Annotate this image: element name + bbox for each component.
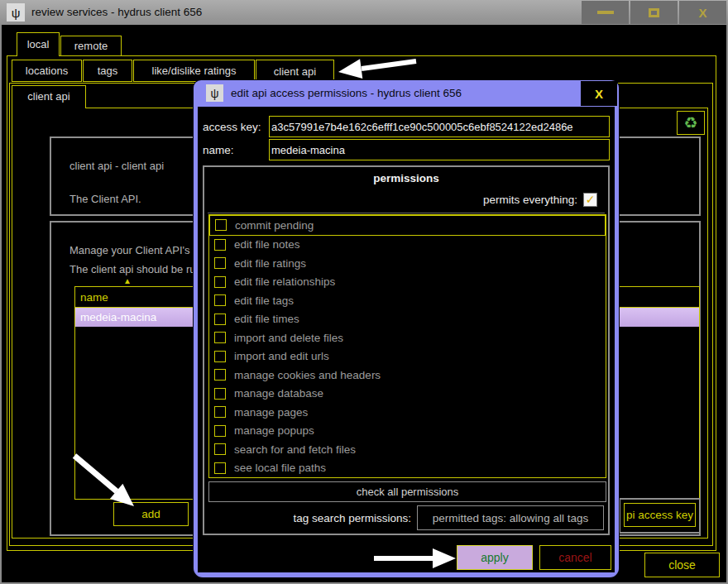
permission-label: commit pending: [235, 219, 314, 232]
maximize-icon: [649, 8, 659, 17]
access-key-input[interactable]: [269, 116, 610, 137]
checkbox-icon[interactable]: [214, 239, 226, 251]
permissions-list[interactable]: commit pending edit file notes edit file…: [208, 214, 606, 478]
checkbox-icon[interactable]: [214, 388, 226, 400]
permission-label: edit file tags: [234, 294, 294, 307]
service-description-text: The Client API.: [69, 193, 141, 205]
permissions-divider: [208, 213, 605, 213]
permission-row-edit-file-times[interactable]: edit file times: [209, 310, 606, 329]
name-label: name:: [203, 144, 234, 156]
checkbox-icon[interactable]: [214, 257, 226, 269]
permission-row-manage-cookies-and-headers[interactable]: manage cookies and headers: [209, 366, 606, 385]
tag-search-permissions-label: tag search permissions:: [293, 512, 411, 524]
permitted-tags-button[interactable]: permitted tags: allowing all tags: [417, 505, 604, 530]
permission-row-commit-pending[interactable]: commit pending: [209, 215, 606, 236]
permission-row-manage-database[interactable]: manage database: [209, 385, 606, 404]
permission-label: import and delete files: [234, 332, 343, 344]
checkbox-icon[interactable]: [214, 462, 226, 474]
apply-button[interactable]: apply: [457, 545, 533, 570]
permission-label: manage cookies and headers: [234, 369, 381, 381]
refresh-icon: ♻: [683, 113, 697, 132]
checkbox-icon[interactable]: [214, 351, 226, 362]
permission-label: manage pages: [234, 406, 308, 419]
add-button[interactable]: add: [113, 502, 189, 526]
checkbox-icon[interactable]: [214, 369, 226, 381]
permission-row-import-and-delete-files[interactable]: import and delete files: [209, 328, 606, 347]
titlebar: ψ review services - hydrus client 656 X: [0, 0, 728, 25]
access-key-label: access key:: [203, 121, 261, 133]
window-title: review services - hydrus client 656: [31, 0, 202, 25]
checkbox-icon[interactable]: [214, 406, 226, 418]
edit-api-access-permissions-dialog: ψ edit api access permissions - hydrus c…: [194, 80, 619, 577]
permission-label: edit file relationships: [234, 275, 335, 288]
permission-label: manage popups: [234, 424, 314, 437]
close-window-button[interactable]: X: [679, 1, 726, 24]
permission-label: import and edit urls: [234, 350, 329, 362]
permission-label: edit file times: [234, 313, 299, 325]
maximize-button[interactable]: [630, 1, 678, 24]
dialog-close-button[interactable]: X: [581, 81, 617, 106]
checkbox-icon[interactable]: [214, 332, 226, 343]
tab-remote[interactable]: remote: [60, 36, 122, 56]
permission-row-search-for-and-fetch-files[interactable]: search for and fetch files: [209, 440, 606, 459]
sort-ascending-icon: ▲: [123, 276, 132, 285]
api-access-key-button[interactable]: pi access key: [624, 503, 696, 527]
permission-row-see-local-file-paths[interactable]: see local file paths: [209, 459, 606, 478]
permission-row-manage-pages[interactable]: manage pages: [209, 403, 606, 422]
hydrus-dialog-icon: ψ: [206, 84, 223, 102]
cancel-button[interactable]: cancel: [539, 545, 611, 570]
checkbox-icon[interactable]: [214, 276, 226, 288]
permission-row-import-and-edit-urls[interactable]: import and edit urls: [209, 347, 606, 366]
permission-row-edit-file-ratings[interactable]: edit file ratings: [209, 254, 606, 273]
tab-local[interactable]: local: [17, 32, 60, 56]
dialog-body: access key: name: permissions permits ev…: [198, 107, 615, 572]
permissions-panel-title: permissions: [204, 172, 608, 184]
minimize-button[interactable]: [582, 1, 629, 24]
permits-everything-checkbox[interactable]: ✓: [583, 193, 597, 207]
permission-row-edit-file-tags[interactable]: edit file tags: [209, 291, 606, 310]
tab-like-dislike-ratings[interactable]: like/dislike ratings: [133, 60, 255, 82]
minimize-icon: [597, 11, 614, 14]
permits-everything-row: permits everything: ✓: [204, 190, 608, 208]
permission-label: edit file ratings: [234, 257, 306, 270]
tab-client-api-service[interactable]: client api: [12, 85, 86, 108]
dialog-title: edit api access permissions - hydrus cli…: [231, 80, 462, 106]
checkbox-icon[interactable]: [214, 314, 226, 325]
service-name-text: client api - client api: [69, 160, 164, 172]
tab-tags[interactable]: tags: [83, 60, 132, 82]
permission-label: search for and fetch files: [234, 443, 356, 456]
hydrus-app-icon: ψ: [7, 3, 25, 22]
window-frame-left: [0, 25, 2, 584]
close-icon: X: [698, 6, 706, 20]
checkbox-icon[interactable]: [215, 219, 227, 231]
permits-everything-label: permits everything:: [483, 194, 577, 206]
refresh-button[interactable]: ♻: [677, 111, 705, 135]
permission-label: see local file paths: [234, 462, 326, 474]
permission-label: manage database: [234, 387, 323, 400]
permission-row-edit-file-notes[interactable]: edit file notes: [209, 236, 606, 255]
name-input[interactable]: [269, 139, 610, 160]
permission-label: edit file notes: [234, 238, 300, 251]
permission-row-edit-file-relationships[interactable]: edit file relationships: [209, 273, 606, 292]
checkbox-icon[interactable]: [214, 294, 226, 306]
tag-search-permissions-row: tag search permissions: permitted tags: …: [204, 505, 604, 530]
permissions-panel: permissions permits everything: ✓ commit…: [203, 165, 610, 535]
check-all-permissions-button[interactable]: check all permissions: [208, 481, 606, 502]
checkbox-icon[interactable]: [214, 443, 226, 455]
review-services-window: ψ review services - hydrus client 656 X …: [0, 0, 728, 584]
close-button[interactable]: close: [644, 553, 720, 577]
permission-row-manage-popups[interactable]: manage popups: [209, 422, 606, 441]
tab-locations[interactable]: locations: [12, 60, 82, 82]
checkbox-icon[interactable]: [214, 425, 226, 437]
